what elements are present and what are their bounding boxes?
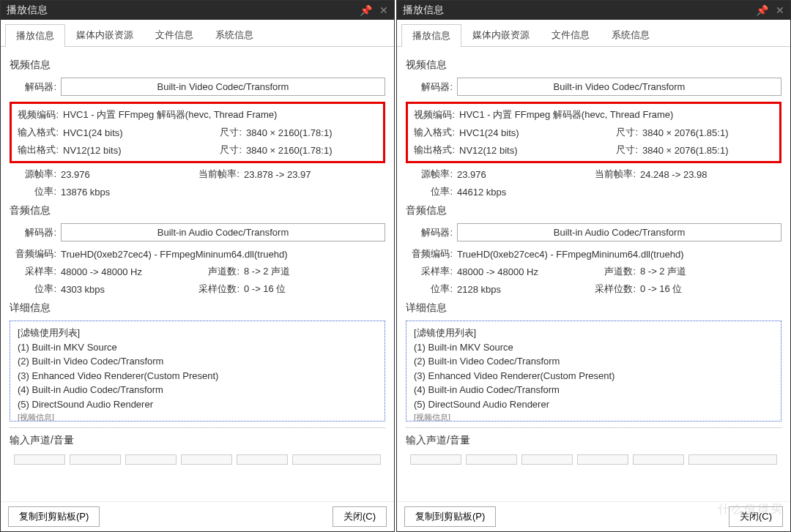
audio-codec-value: TrueHD(0xeb27cec4) - FFmpegMininum64.dll… xyxy=(457,249,781,260)
input-fmt-value: HVC1(24 bits) xyxy=(459,127,569,138)
channel-bar xyxy=(125,454,177,465)
channel-bar xyxy=(237,454,288,465)
v-bitrate-label: 位率 xyxy=(10,185,61,198)
tab-sysinfo[interactable]: 系统信息 xyxy=(204,23,264,46)
close-button[interactable]: 关闭(C) xyxy=(333,506,387,527)
a-bitrate-label: 位率 xyxy=(10,282,61,296)
channel-bars xyxy=(10,453,385,466)
out-size-value: 3840 × 2076(1.85:1) xyxy=(642,145,779,156)
v-bitrate-value: 13876 kbps xyxy=(61,187,385,198)
video-section-title: 视频信息 xyxy=(10,59,385,72)
close-icon[interactable]: ✕ xyxy=(379,4,388,16)
filter-line-5: (5) DirectSound Audio Renderer xyxy=(414,397,773,412)
sample-bits-label: 采样位数 xyxy=(567,282,640,296)
sample-value: 48000 -> 48000 Hz xyxy=(457,266,567,277)
decoder-label: 解码器 xyxy=(406,80,457,94)
filter-line-4: (4) Built-in Audio Codec/Transform xyxy=(18,383,377,397)
video-decoder-button[interactable]: Built-in Video Codec/Transform xyxy=(61,78,385,96)
titlebar: 播放信息 📌 ✕ xyxy=(1,1,394,20)
channels-label: 声道数 xyxy=(567,265,640,278)
filter-line-2: (2) Built-in Video Codec/Transform xyxy=(18,354,377,369)
a-bitrate-label: 位率 xyxy=(406,282,457,296)
channel-bar xyxy=(466,454,517,465)
audio-section-title: 音频信息 xyxy=(10,204,385,217)
input-fmt-label: 输入格式 xyxy=(408,126,459,139)
in-size-label: 尺寸 xyxy=(569,126,642,139)
titlebar: 播放信息 📌 ✕ xyxy=(397,1,790,20)
detail-section-title: 详细信息 xyxy=(10,301,385,315)
highlight-box: 视频编码 HVC1 - 内置 FFmpeg 解码器(hevc, Thread F… xyxy=(10,102,385,163)
sample-value: 48000 -> 48000 Hz xyxy=(61,266,171,277)
output-fmt-label: 输出格式 xyxy=(12,143,63,157)
channels-value: 8 -> 2 声道 xyxy=(640,265,781,278)
sample-bits-label: 采样位数 xyxy=(171,282,244,296)
channel-bar xyxy=(181,454,232,465)
video-codec-value: HVC1 - 内置 FFmpeg 解码器(hevc, Thread Frame) xyxy=(63,108,383,121)
sample-label: 采样率 xyxy=(406,265,457,278)
in-size-value: 3840 × 2076(1.85:1) xyxy=(642,127,779,138)
src-fps-label: 源帧率 xyxy=(10,168,61,181)
highlight-box: 视频编码 HVC1 - 内置 FFmpeg 解码器(hevc, Thread F… xyxy=(406,102,781,163)
in-size-label: 尺寸 xyxy=(173,126,246,139)
input-fmt-label: 输入格式 xyxy=(12,126,63,139)
a-bitrate-value: 4303 kbps xyxy=(61,284,171,295)
channel-section-title: 输入声道/音量 xyxy=(406,434,781,447)
filter-header: [滤镜使用列表] xyxy=(18,326,377,340)
audio-decoder-label: 解码器 xyxy=(406,226,457,239)
sample-bits-value: 0 -> 16 位 xyxy=(640,282,781,296)
sample-bits-value: 0 -> 16 位 xyxy=(244,282,385,296)
out-size-label: 尺寸 xyxy=(173,143,246,157)
in-size-value: 3840 × 2160(1.78:1) xyxy=(246,127,383,138)
audio-decoder-button[interactable]: Built-in Audio Codec/Transform xyxy=(61,223,385,241)
filter-list-box[interactable]: [滤镜使用列表] (1) Built-in MKV Source (2) Bui… xyxy=(10,321,385,422)
input-fmt-value: HVC1(24 bits) xyxy=(63,127,173,138)
tab-embedded[interactable]: 媒体内嵌资源 xyxy=(461,23,541,46)
video-section-title: 视频信息 xyxy=(406,59,781,72)
left-panel: 播放信息 📌 ✕ 播放信息 媒体内嵌资源 文件信息 系统信息 视频信息 解码器 … xyxy=(0,0,395,532)
copy-button[interactable]: 复制到剪贴板(P) xyxy=(8,506,100,527)
tab-embedded[interactable]: 媒体内嵌资源 xyxy=(65,23,144,46)
audio-decoder-button[interactable]: Built-in Audio Codec/Transform xyxy=(457,223,781,241)
tab-playback-info[interactable]: 播放信息 xyxy=(401,24,461,47)
output-fmt-value: NV12(12 bits) xyxy=(459,145,569,156)
close-icon[interactable]: ✕ xyxy=(776,4,784,16)
output-fmt-label: 输出格式 xyxy=(408,143,459,157)
a-bitrate-value: 2128 kbps xyxy=(457,284,567,295)
channel-bar xyxy=(521,454,573,465)
filter-list-box[interactable]: [滤镜使用列表] (1) Built-in MKV Source (2) Bui… xyxy=(406,321,781,422)
sample-label: 采样率 xyxy=(10,265,61,278)
audio-codec-label: 音频编码 xyxy=(406,247,457,261)
output-fmt-value: NV12(12 bits) xyxy=(63,145,173,156)
channels-value: 8 -> 2 声道 xyxy=(244,265,385,278)
filter-cut: [视频信息] xyxy=(414,411,773,422)
pin-icon[interactable]: 📌 xyxy=(756,4,768,16)
v-bitrate-label: 位率 xyxy=(406,185,457,198)
video-codec-value: HVC1 - 内置 FFmpeg 解码器(hevc, Thread Frame) xyxy=(459,108,779,121)
tabs: 播放信息 媒体内嵌资源 文件信息 系统信息 xyxy=(397,20,790,47)
tab-fileinfo[interactable]: 文件信息 xyxy=(541,23,601,46)
video-decoder-button[interactable]: Built-in Video Codec/Transform xyxy=(457,78,781,96)
pin-icon[interactable]: 📌 xyxy=(360,4,372,16)
decoder-label: 解码器 xyxy=(10,80,61,94)
channel-bar xyxy=(14,454,65,465)
src-fps-value: 23.976 xyxy=(61,169,171,180)
tab-fileinfo[interactable]: 文件信息 xyxy=(144,23,204,46)
channel-bar xyxy=(410,454,461,465)
tab-sysinfo[interactable]: 系统信息 xyxy=(601,23,661,46)
filter-line-1: (1) Built-in MKV Source xyxy=(414,340,773,355)
content: 视频信息 解码器 Built-in Video Codec/Transform … xyxy=(1,47,394,501)
tab-playback-info[interactable]: 播放信息 xyxy=(5,24,65,47)
copy-button[interactable]: 复制到剪贴板(P) xyxy=(404,506,496,527)
out-size-label: 尺寸 xyxy=(569,143,642,157)
content: 视频信息 解码器 Built-in Video Codec/Transform … xyxy=(397,47,790,501)
video-codec-label: 视频编码 xyxy=(12,108,63,121)
window-title: 播放信息 xyxy=(7,4,360,17)
channels-label: 声道数 xyxy=(171,265,244,278)
cur-fps-label: 当前帧率 xyxy=(171,168,244,181)
filter-line-1: (1) Built-in MKV Source xyxy=(18,340,377,355)
channel-bar xyxy=(577,454,628,465)
cur-fps-value: 24.248 -> 23.98 xyxy=(640,169,781,180)
filter-line-3: (3) Enhanced Video Renderer(Custom Prese… xyxy=(18,369,377,383)
footer: 复制到剪贴板(P) 关闭(C) xyxy=(1,501,394,531)
out-size-value: 3840 × 2160(1.78:1) xyxy=(246,145,383,156)
